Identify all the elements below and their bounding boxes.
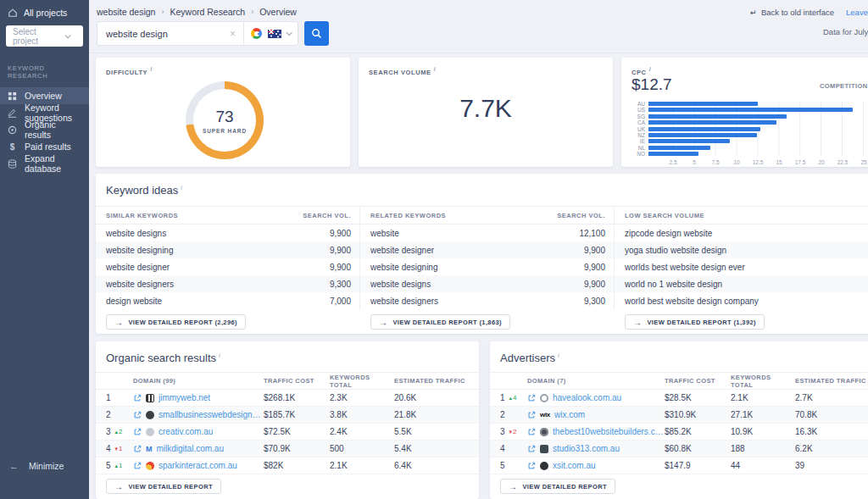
- search-volume-cell: 7,000: [284, 292, 360, 309]
- estimated-traffic-cell: 5.5K: [394, 427, 479, 436]
- view-detailed-report-similar-button[interactable]: →VIEW DETAILED REPORT (2,296): [106, 314, 246, 330]
- info-icon[interactable]: [558, 352, 559, 358]
- similar-keyword-link[interactable]: design website: [96, 292, 284, 309]
- clear-search-icon[interactable]: ×: [230, 28, 236, 40]
- search-button[interactable]: [304, 21, 329, 46]
- sidebar-item-all-projects[interactable]: All projects: [0, 0, 89, 23]
- breadcrumb-item-keyword[interactable]: website design: [97, 7, 155, 17]
- cpc-axis-tick: 15: [776, 159, 782, 165]
- view-detailed-report-organic-button[interactable]: →VIEW DETAILED REPORT: [106, 479, 221, 494]
- similar-keyword-link[interactable]: website designer: [96, 258, 284, 275]
- estimated-traffic-cell: 70.8K: [795, 410, 868, 419]
- low-volume-keyword-link[interactable]: zipcode design website: [615, 225, 868, 241]
- external-link-icon[interactable]: [133, 445, 142, 453]
- traffic-cost-cell: $70.9K: [264, 444, 330, 453]
- domain-link[interactable]: smallbusinesswebdesigns.net.au: [159, 410, 264, 419]
- cpc-bar-track: [648, 108, 864, 112]
- cpc-axis-tick: 22.5: [837, 159, 849, 165]
- view-detailed-report-related-button[interactable]: →VIEW DETAILED REPORT (1,863): [370, 314, 510, 330]
- advertisers-header-row: DOMAIN (7) TRAFFIC COST KEYWORDS TOTAL E…: [490, 372, 868, 390]
- external-link-icon[interactable]: [527, 428, 536, 436]
- info-icon[interactable]: [649, 66, 652, 72]
- external-link-icon[interactable]: [133, 411, 142, 419]
- chevron-down-icon[interactable]: [287, 30, 292, 36]
- related-keyword-link[interactable]: website designing: [360, 258, 538, 275]
- domain-link[interactable]: xsit.com.au: [553, 461, 596, 470]
- low-volume-keyword-link[interactable]: worlds best website design ever: [615, 258, 868, 275]
- google-icon: [251, 28, 262, 39]
- search-volume-cell: 9,900: [538, 241, 615, 258]
- similar-keyword-link[interactable]: website designers: [96, 275, 284, 292]
- sidebar-item-expand-database[interactable]: Expand database: [0, 155, 89, 172]
- domain-link[interactable]: wix.com: [554, 410, 585, 419]
- info-icon[interactable]: [150, 66, 153, 72]
- table-row: 1 jimmyweb.net $268.1K 2.3K 20.6K: [96, 390, 479, 407]
- domain-link[interactable]: studio313.com.au: [553, 444, 620, 453]
- similar-keyword-link[interactable]: website designs: [96, 225, 284, 241]
- cpc-bar-row: IE: [633, 139, 864, 143]
- back-to-old-interface-link[interactable]: ↵ Back to old interface: [750, 8, 834, 17]
- traffic-cost-cell: $72.5K: [264, 427, 330, 436]
- domain-link[interactable]: havealook.com.au: [553, 393, 621, 402]
- sidebar: All projects Select project KEYWORD RESE…: [0, 0, 89, 499]
- domain-link[interactable]: thebest10websitebuilders.com: [553, 427, 665, 436]
- breadcrumb-item-keyword-research[interactable]: Keyword Research: [170, 7, 245, 17]
- external-link-icon[interactable]: [133, 428, 142, 436]
- related-keyword-link[interactable]: website designers: [360, 292, 538, 309]
- external-link-icon[interactable]: [527, 394, 536, 402]
- breadcrumb-item-overview[interactable]: Overview: [259, 7, 297, 17]
- main-content: website design › Keyword Research › Over…: [89, 0, 868, 499]
- cpc-bar-track: [648, 127, 864, 131]
- rank: 4: [500, 444, 505, 453]
- leave-feedback-link[interactable]: Leave feedback: [846, 8, 868, 17]
- domain-link[interactable]: sparkinteract.com.au: [159, 461, 237, 470]
- info-icon[interactable]: [434, 66, 437, 72]
- low-volume-keyword-link[interactable]: world no 1 website design: [615, 275, 868, 292]
- keywords-total-cell: 2.3K: [330, 393, 394, 402]
- creativ-favicon: [146, 428, 154, 436]
- low-volume-keyword-link[interactable]: world best website design company: [615, 292, 868, 309]
- difficulty-label: DIFFICULTY: [106, 66, 153, 76]
- similar-keyword-link[interactable]: website designing: [96, 241, 284, 258]
- estimated-traffic-cell: 6.2K: [795, 444, 868, 453]
- info-icon[interactable]: [181, 185, 182, 191]
- rank: 1: [106, 393, 111, 402]
- project-select-placeholder: Select project: [13, 27, 60, 46]
- sidebar-item-overview[interactable]: Overview: [0, 87, 89, 104]
- low-volume-keyword-link[interactable]: yoga studio website design: [615, 241, 868, 258]
- organic-rows: 1 jimmyweb.net $268.1K 2.3K 20.6K 2 smal…: [96, 390, 479, 474]
- cpc-bar-chart: AUUSSGCAUKNZIENLNO 2.557.51012.51517.520…: [633, 102, 864, 156]
- breadcrumb-separator: ›: [251, 8, 253, 16]
- minimize-button[interactable]: ← Minimize: [0, 461, 73, 471]
- cpc-bar-row: UK: [633, 127, 864, 131]
- external-link-icon[interactable]: [527, 445, 536, 453]
- advertisers-rows: 1▴4 havealook.com.au $28.5K 2.1K 2.7K 2 …: [490, 390, 868, 474]
- cpc-bar: [648, 127, 760, 131]
- related-keyword-link[interactable]: website designs: [360, 275, 538, 292]
- related-keyword-link[interactable]: website: [360, 225, 538, 241]
- search-input[interactable]: website design ×: [97, 21, 298, 46]
- domain-link[interactable]: jimmyweb.net: [159, 393, 210, 402]
- view-detailed-report-advertisers-button[interactable]: →VIEW DETAILED REPORT: [500, 479, 615, 494]
- australia-flag-icon: [268, 30, 281, 38]
- external-link-icon[interactable]: [133, 462, 142, 470]
- external-link-icon[interactable]: [133, 394, 142, 402]
- keyword-ideas-title: Keyword ideas: [106, 184, 182, 197]
- sidebar-nav: Overview Keyword suggestions Organic res…: [0, 87, 89, 172]
- similar-keywords-header: SIMILAR KEYWORDS: [96, 207, 284, 224]
- cpc-bar-row: NZ: [633, 133, 864, 137]
- sidebar-item-keyword-suggestions[interactable]: Keyword suggestions: [0, 104, 89, 121]
- related-keyword-link[interactable]: website designer: [360, 241, 538, 258]
- sidebar-item-organic-results[interactable]: Organic results: [0, 121, 89, 138]
- keywords-total-header: KEYWORDS TOTAL: [330, 374, 394, 389]
- domain-header: DOMAIN (7): [527, 377, 665, 385]
- up-arrow-icon: ▴: [115, 463, 119, 469]
- external-link-icon[interactable]: [527, 462, 536, 470]
- external-link-icon[interactable]: [527, 411, 536, 419]
- info-icon[interactable]: [219, 352, 220, 358]
- domain-link[interactable]: creativ.com.au: [159, 427, 213, 436]
- sidebar-item-paid-results[interactable]: $ Paid results: [0, 138, 89, 155]
- view-detailed-report-low-button[interactable]: →VIEW DETAILED REPORT (1,392): [625, 314, 765, 330]
- domain-link[interactable]: milkdigital.com.au: [157, 444, 224, 453]
- project-select[interactable]: Select project: [6, 25, 83, 47]
